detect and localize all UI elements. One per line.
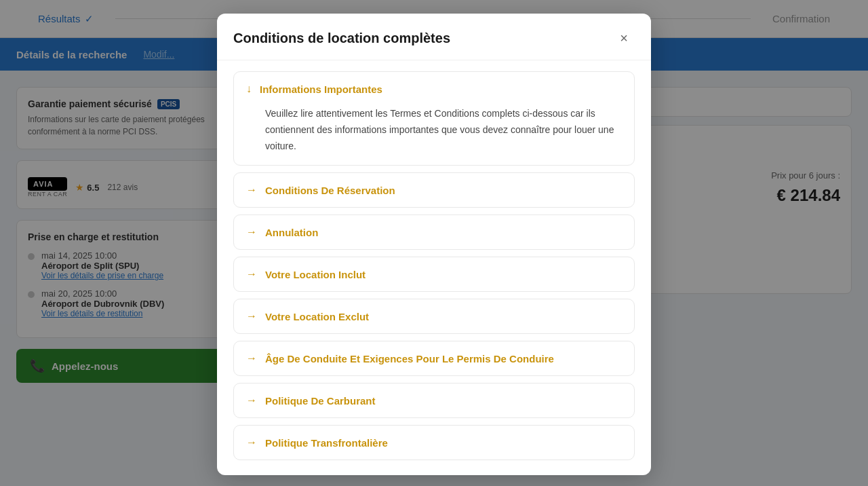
section-card-annulation: →Annulation xyxy=(233,214,635,250)
section-item-votre-location-inclut[interactable]: →Votre Location Inclut xyxy=(234,257,634,291)
section-card-informations-importantes: ↓Informations ImportantesVeuillez lire a… xyxy=(233,71,635,166)
section-icon-politique-carburant: → xyxy=(246,394,257,407)
section-card-age-conduite: →Âge De Conduite Et Exigences Pour Le Pe… xyxy=(233,341,635,376)
section-card-votre-location-exclut: →Votre Location Exclut xyxy=(233,299,635,334)
section-card-politique-carburant: →Politique De Carburant xyxy=(233,383,635,418)
section-label-age-conduite: Âge De Conduite Et Exigences Pour Le Per… xyxy=(265,353,554,364)
section-item-politique-transfrontaliere[interactable]: →Politique Transfrontalière xyxy=(234,426,634,460)
section-icon-annulation: → xyxy=(246,226,257,238)
section-icon-age-conduite: → xyxy=(246,352,257,364)
section-content-informations-importantes: Veuillez lire attentivement les Termes e… xyxy=(234,106,634,165)
section-card-politique-transfrontaliere: →Politique Transfrontalière xyxy=(233,425,635,460)
section-icon-informations-importantes: ↓ xyxy=(246,83,252,95)
section-item-votre-location-exclut[interactable]: →Votre Location Exclut xyxy=(234,299,634,333)
section-card-conditions-reservation: →Conditions De Réservation xyxy=(233,172,635,208)
section-label-conditions-reservation: Conditions De Réservation xyxy=(265,185,395,196)
section-icon-conditions-reservation: → xyxy=(246,184,257,196)
section-label-politique-carburant: Politique De Carburant xyxy=(265,395,376,407)
modal: Conditions de location complètes × ↓Info… xyxy=(217,14,651,475)
modal-body[interactable]: ↓Informations ImportantesVeuillez lire a… xyxy=(217,60,651,475)
section-item-politique-carburant[interactable]: →Politique De Carburant xyxy=(234,384,634,417)
section-label-annulation: Annulation xyxy=(265,227,318,238)
section-label-informations-importantes: Informations Importantes xyxy=(260,83,382,95)
section-item-age-conduite[interactable]: →Âge De Conduite Et Exigences Pour Le Pe… xyxy=(234,341,634,375)
section-label-votre-location-exclut: Votre Location Exclut xyxy=(265,311,369,322)
section-icon-politique-transfrontaliere: → xyxy=(246,436,257,449)
section-label-politique-transfrontaliere: Politique Transfrontalière xyxy=(265,437,388,449)
section-card-votre-location-inclut: →Votre Location Inclut xyxy=(233,257,635,292)
section-label-votre-location-inclut: Votre Location Inclut xyxy=(265,269,366,280)
section-item-annulation[interactable]: →Annulation xyxy=(234,215,634,249)
section-icon-votre-location-exclut: → xyxy=(246,310,257,322)
section-icon-votre-location-inclut: → xyxy=(246,268,257,280)
modal-close-button[interactable]: × xyxy=(613,27,635,49)
section-item-informations-importantes[interactable]: ↓Informations Importantes xyxy=(234,72,634,106)
modal-title: Conditions de location complètes xyxy=(233,31,450,46)
section-item-conditions-reservation[interactable]: →Conditions De Réservation xyxy=(234,173,634,207)
modal-overlay: Conditions de location complètes × ↓Info… xyxy=(0,0,868,486)
modal-header: Conditions de location complètes × xyxy=(217,14,651,60)
